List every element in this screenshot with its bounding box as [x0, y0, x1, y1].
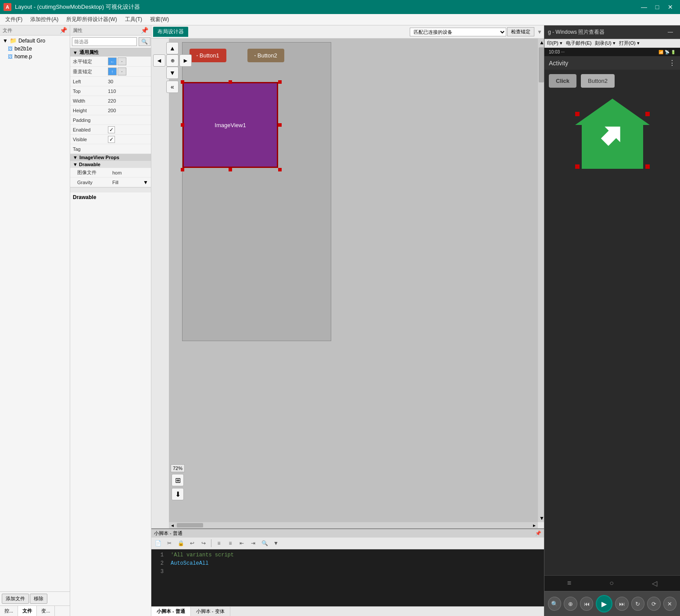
anchor-top-btn[interactable]: ↑: [108, 68, 117, 75]
handle-bc[interactable]: [229, 168, 232, 171]
props-pin-icon[interactable]: 📌: [141, 27, 148, 34]
pv-next-btn[interactable]: ⏭: [615, 597, 628, 611]
pv-menu-print[interactable]: 印(P) ▾: [547, 40, 562, 46]
canvas-imageview[interactable]: ImageView1: [183, 82, 278, 168]
pv-refresh2-btn[interactable]: ⟳: [647, 597, 660, 611]
close-button[interactable]: ✕: [664, 2, 676, 12]
canvas-button1[interactable]: • Button1: [190, 49, 226, 62]
handle-br[interactable]: [278, 168, 282, 171]
gravity-dropdown-icon[interactable]: ▼: [143, 179, 148, 185]
script-panel-pin[interactable]: 📌: [535, 531, 541, 536]
pin-icon[interactable]: 📌: [60, 27, 67, 34]
menu-add-control[interactable]: 添加控件(A): [27, 15, 62, 24]
props-scrollbar-h[interactable]: [70, 187, 151, 192]
check-anchor-button[interactable]: 检查锚定: [507, 27, 534, 36]
script-more-btn[interactable]: ▼: [271, 538, 281, 548]
prop-gravity-value: Fill: [112, 180, 143, 185]
anchor-left-btn[interactable]: ←: [108, 57, 117, 65]
nav-up-button[interactable]: ▲: [166, 42, 179, 54]
tree-file-2[interactable]: 🖼 home.p: [6, 53, 69, 61]
phone-click-button[interactable]: Click: [549, 74, 576, 88]
menu-window[interactable]: 视窗(W): [147, 15, 172, 24]
remove-file-button[interactable]: 移除: [30, 594, 47, 604]
script-indent1-btn[interactable]: ⇤: [237, 538, 247, 548]
search-icon[interactable]: 🔍: [139, 37, 150, 46]
scrollbar-down-arrow[interactable]: ▼: [538, 514, 544, 522]
handle-ml[interactable]: [181, 123, 184, 127]
menu-file[interactable]: 文件(F): [2, 15, 26, 24]
add-file-button[interactable]: 添加文件: [2, 594, 29, 604]
scroll-right-arrow[interactable]: ►: [531, 523, 538, 528]
scrollbar-up-arrow[interactable]: ▲: [538, 39, 544, 46]
phone-nav-home[interactable]: ○: [609, 579, 614, 588]
script-tab-normal[interactable]: 小脚本 - 普通: [151, 607, 191, 616]
script-new-btn[interactable]: 📄: [153, 538, 163, 548]
scrollbar-thumb-v[interactable]: [539, 47, 544, 82]
phone-button2[interactable]: Button2: [581, 74, 615, 88]
anchor-right-btn[interactable]: ·: [118, 57, 126, 65]
script-panel-tabs: 小脚本 - 普通 小脚本 - 变体: [151, 606, 544, 616]
pv-menu-email[interactable]: 电子邮件(E): [566, 40, 592, 46]
grid-button[interactable]: ⊞: [172, 474, 184, 486]
script-cut-btn[interactable]: ✂: [165, 538, 174, 548]
script-redo-btn[interactable]: ↪: [199, 538, 208, 548]
script-lock-btn[interactable]: 🔒: [176, 538, 186, 548]
download-button[interactable]: ⬇: [172, 488, 184, 500]
pv-menu-open[interactable]: 打开(O) ▾: [619, 40, 640, 46]
file-panel: 文件 📌 ▼ 📁 Default Gro 🖼 be2b1e 🖼 home.p: [0, 25, 70, 616]
handle-bl[interactable]: [181, 168, 184, 171]
nav-center-button[interactable]: ⊕: [166, 54, 179, 67]
canvas-button2[interactable]: • Button2: [247, 49, 284, 62]
tab-variants[interactable]: 变...: [37, 606, 55, 616]
green-house-image[interactable]: [575, 96, 650, 169]
handle-tc[interactable]: [229, 80, 232, 84]
pv-play-btn[interactable]: ▶: [596, 595, 612, 612]
pv-prev-btn[interactable]: ⏮: [580, 597, 593, 611]
tree-root-node[interactable]: ▼ 📁 Default Gro: [1, 36, 69, 45]
props-search-input[interactable]: [72, 37, 137, 46]
phone-nav-back[interactable]: ◁: [652, 579, 657, 588]
tree-file-1[interactable]: 🖼 be2b1e: [6, 45, 69, 53]
script-align2-btn[interactable]: ≡: [225, 538, 235, 548]
nav-right-button[interactable]: ►: [179, 54, 192, 67]
canvas-scrollbar-horizontal[interactable]: ◄ ►: [169, 522, 538, 528]
canvas-scrollbar-vertical[interactable]: ▲ ▼: [538, 39, 544, 522]
script-indent2-btn[interactable]: ⇥: [248, 538, 258, 548]
script-align1-btn[interactable]: ≡: [214, 538, 224, 548]
designer-tab[interactable]: 布局设计器: [153, 27, 188, 37]
phone-nav-menu[interactable]: ≡: [567, 579, 571, 588]
menu-wysiwyg[interactable]: 所见即所得设计器(W): [63, 15, 120, 24]
sel-handle-tr[interactable]: [645, 112, 650, 116]
pv-target-btn[interactable]: ⊕: [564, 597, 577, 611]
tab-controls[interactable]: 控...: [0, 606, 18, 616]
scroll-left-arrow[interactable]: ◄: [169, 523, 176, 528]
script-code-1: 'All variants script: [171, 551, 234, 559]
nav-back-button[interactable]: «: [166, 81, 179, 93]
handle-tr[interactable]: [278, 80, 282, 84]
script-tab-variant[interactable]: 小脚本 - 变体: [191, 607, 230, 616]
scrollbar-thumb-h[interactable]: [177, 523, 203, 527]
device-select[interactable]: 匹配已连接的设备: [410, 28, 506, 36]
anchor-bottom-btn[interactable]: ·: [118, 68, 126, 75]
prop-enabled-checkbox[interactable]: ✓: [108, 126, 115, 133]
pv-menu-burn[interactable]: 刻录(U) ▾: [595, 40, 615, 46]
pv-refresh1-btn[interactable]: ↻: [631, 597, 644, 611]
nav-down-button[interactable]: ▼: [166, 67, 179, 79]
tab-files[interactable]: 文件: [18, 606, 37, 616]
pv-minimize-btn[interactable]: —: [664, 27, 676, 37]
pv-zoom-btn[interactable]: 🔍: [548, 597, 561, 611]
menu-tools[interactable]: 工具(T): [122, 15, 146, 24]
minimize-button[interactable]: —: [638, 2, 650, 12]
handle-mr[interactable]: [278, 123, 282, 127]
sel-handle-br[interactable]: [645, 164, 650, 169]
pv-close-btn[interactable]: ✕: [663, 597, 676, 611]
sel-handle-bl[interactable]: [575, 164, 580, 169]
sel-handle-tl[interactable]: [575, 112, 580, 116]
maximize-button[interactable]: □: [651, 2, 663, 12]
script-search-btn[interactable]: 🔍: [260, 538, 269, 548]
script-undo-btn[interactable]: ↩: [187, 538, 197, 548]
activity-menu-dots[interactable]: ⋮: [669, 59, 676, 67]
prop-visible-checkbox[interactable]: ✓: [108, 136, 115, 143]
nav-cross: ▲ ◄ ⊕ ► ▼: [153, 42, 192, 79]
nav-left-button[interactable]: ◄: [153, 54, 165, 67]
